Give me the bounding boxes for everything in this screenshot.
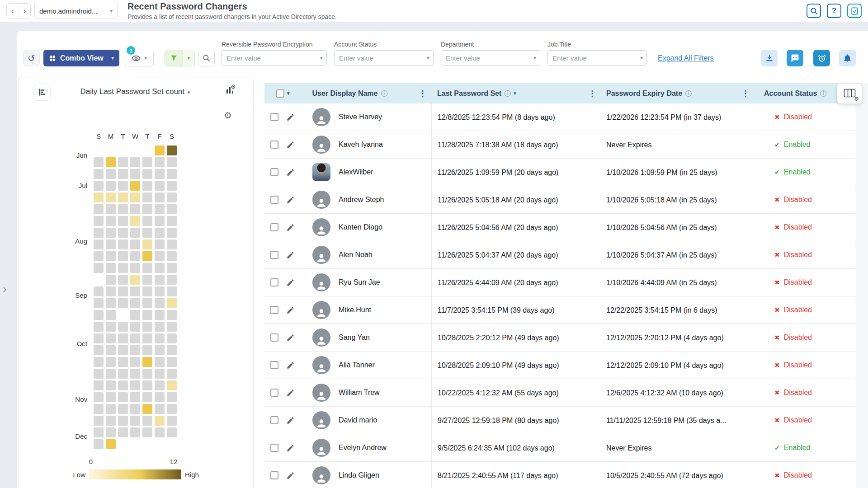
heatmap-cell (142, 310, 152, 320)
column-visibility-button[interactable]: 2 ▾ (125, 50, 154, 66)
edit-user-button[interactable] (286, 223, 295, 232)
row-checkbox[interactable] (270, 223, 278, 231)
sort-descending-icon[interactable]: ▾ (514, 90, 516, 96)
filter-input[interactable] (334, 50, 434, 66)
table-row: Andrew Steph 11/26/2025 5:05:18 AM (20 d… (264, 186, 855, 214)
filter-input[interactable] (222, 50, 327, 66)
chevron-down-icon: ▾ (188, 55, 190, 61)
info-icon[interactable] (381, 90, 387, 97)
tenant-selector[interactable]: demo.admindroid... ▾ (34, 3, 118, 19)
filter-input[interactable] (441, 50, 540, 66)
row-checkbox[interactable] (270, 168, 278, 176)
chart-settings-button[interactable]: ⚙ (224, 110, 232, 121)
row-checkbox[interactable] (270, 471, 278, 479)
export-button[interactable] (761, 50, 778, 66)
password-expiry-date: 11/11/2025 12:59:18 PM (35 days a... (601, 407, 754, 434)
expand-all-filters-link[interactable]: Expand All Filters (658, 54, 714, 62)
edit-user-button[interactable] (286, 361, 295, 370)
status-icon: ✖ (774, 196, 780, 203)
heatmap-cell (130, 204, 140, 214)
forward-button[interactable]: › (19, 4, 30, 18)
edit-user-button[interactable] (286, 251, 295, 259)
row-checkbox[interactable] (270, 196, 278, 204)
column-label: Last Password Set (437, 89, 501, 98)
search-button[interactable] (807, 4, 821, 18)
edit-user-button[interactable] (286, 471, 295, 480)
column-menu-icon[interactable]: ⋮ (741, 89, 750, 98)
row-checkbox[interactable] (270, 333, 278, 342)
heatmap-cell (167, 239, 177, 249)
pencil-icon (286, 306, 295, 314)
status-cell: ✖ Disabled (754, 103, 855, 131)
filter-icon-segment[interactable] (165, 50, 183, 66)
heatmap-cell (106, 357, 116, 367)
alerts-button[interactable] (839, 50, 856, 66)
column-menu-icon[interactable]: ⋮ (419, 89, 427, 98)
filter-button[interactable]: ▾ (165, 50, 195, 66)
filter-dropdown-segment[interactable]: ▾ (183, 50, 194, 66)
row-checkbox[interactable] (270, 251, 278, 259)
row-checkbox[interactable] (270, 444, 278, 452)
status-cell: ✖ Disabled (754, 296, 855, 324)
select-menu-caret-icon[interactable]: ▾ (287, 90, 290, 96)
heatmap-cell (130, 216, 140, 226)
heatmap-cell (94, 333, 104, 343)
edit-user-button[interactable] (286, 278, 295, 287)
heatmap-cell (118, 145, 128, 155)
edit-user-button[interactable] (286, 141, 295, 149)
table-search-button[interactable] (198, 50, 215, 66)
heatmap-cell (142, 157, 152, 167)
row-checkbox[interactable] (270, 113, 278, 121)
info-icon[interactable] (505, 90, 511, 97)
chart-card: Daily Last Password Set count▾ ⚙ SMTWTFS… (19, 76, 254, 488)
heatmap-cell (130, 286, 140, 296)
edit-user-button[interactable] (286, 306, 295, 314)
heatmap-cell (94, 439, 104, 449)
help-button[interactable]: ? (827, 4, 841, 18)
heatmap-cell (106, 404, 116, 414)
row-checkbox[interactable] (270, 141, 278, 149)
table-header: ▾ User Display Name ⋮ Last Password Set … (264, 83, 855, 103)
change-chart-type-button[interactable] (225, 84, 236, 97)
edit-user-button[interactable] (286, 333, 295, 342)
status-cell: ✖ Disabled (754, 462, 855, 488)
info-icon[interactable] (685, 90, 692, 97)
edit-user-button[interactable] (286, 416, 295, 425)
heatmap-cell (155, 228, 165, 238)
heatmap-cell (167, 392, 177, 402)
edit-user-button[interactable] (286, 444, 295, 452)
report-table: ▾ User Display Name ⋮ Last Password Set … (264, 83, 855, 488)
edit-user-button[interactable] (286, 389, 295, 397)
feedback-button[interactable] (787, 50, 803, 66)
heatmap-cell (167, 192, 177, 202)
filter-input[interactable] (547, 50, 647, 66)
heatmap-cell (167, 275, 177, 285)
view-selector-button[interactable]: Combo View ▾ (43, 50, 119, 66)
password-expiry-date: 12/12/2025 2:09:10 PM (4 days ago) (601, 352, 754, 379)
heatmap-cell (155, 345, 165, 355)
pencil-icon (286, 278, 295, 287)
column-menu-icon[interactable]: ⋮ (588, 89, 596, 98)
select-all-checkbox[interactable] (276, 89, 284, 98)
filters: Reversible Password Encryption ▾ Account… (222, 41, 647, 66)
heatmap-cell (167, 204, 177, 214)
heatmap-cell (130, 392, 140, 402)
panel-expand-button[interactable]: › (3, 282, 7, 296)
row-checkbox[interactable] (270, 416, 278, 424)
row-checkbox[interactable] (270, 361, 278, 369)
heatmap-cell (118, 345, 128, 355)
info-icon[interactable] (820, 90, 826, 97)
heatmap-cell (130, 157, 140, 167)
schedule-button[interactable] (813, 50, 830, 66)
edit-user-button[interactable] (286, 168, 295, 177)
edit-user-button[interactable] (286, 196, 295, 204)
edit-user-button[interactable] (286, 113, 295, 122)
manage-columns-button[interactable]: ⚙ (837, 83, 862, 104)
heatmap-cell (94, 228, 104, 238)
row-checkbox[interactable] (270, 278, 278, 286)
back-button[interactable]: ‹ (7, 4, 19, 18)
row-checkbox[interactable] (270, 306, 278, 314)
row-checkbox[interactable] (270, 389, 278, 397)
refresh-button[interactable]: ↺ (23, 50, 40, 66)
survey-button[interactable] (847, 4, 862, 18)
